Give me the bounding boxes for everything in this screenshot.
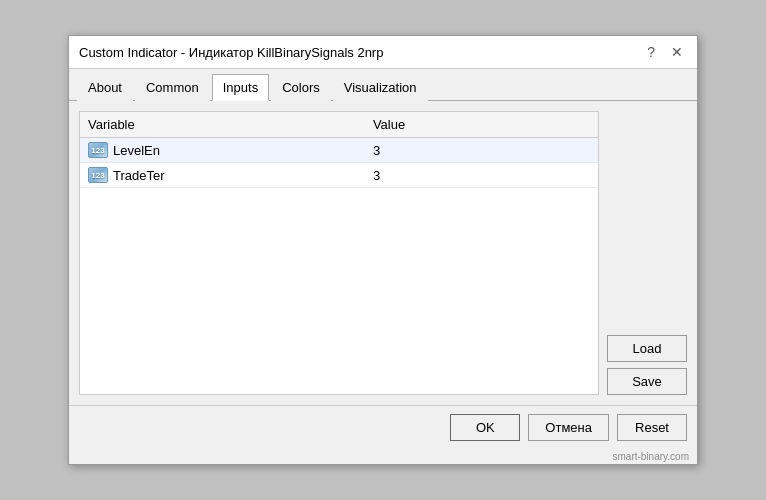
variable-name: LevelEn xyxy=(113,143,160,158)
inputs-table: Variable Value 123 LevelEn 3 123 TradeTe… xyxy=(79,111,599,395)
save-button[interactable]: Save xyxy=(607,368,687,395)
tab-inputs[interactable]: Inputs xyxy=(212,74,269,101)
col-header-value: Value xyxy=(365,112,598,137)
variable-cell: 123 LevelEn xyxy=(80,138,365,162)
cancel-button[interactable]: Отмена xyxy=(528,414,609,441)
main-window: Custom Indicator - Индикатор KillBinaryS… xyxy=(68,35,698,465)
tab-visualization[interactable]: Visualization xyxy=(333,74,428,101)
close-button[interactable]: ✕ xyxy=(667,44,687,60)
table-row[interactable]: 123 TradeTer 3 xyxy=(80,163,598,188)
variable-type-icon: 123 xyxy=(88,167,108,183)
ok-button[interactable]: OK xyxy=(450,414,520,441)
variable-type-icon: 123 xyxy=(88,142,108,158)
title-controls: ? ✕ xyxy=(643,44,687,60)
load-button[interactable]: Load xyxy=(607,335,687,362)
col-header-variable: Variable xyxy=(80,112,365,137)
content-area: Variable Value 123 LevelEn 3 123 TradeTe… xyxy=(69,101,697,405)
variable-cell: 123 TradeTer xyxy=(80,163,365,187)
side-buttons: Load Save xyxy=(607,111,687,395)
variable-name: TradeTer xyxy=(113,168,165,183)
window-title: Custom Indicator - Индикатор KillBinaryS… xyxy=(79,45,383,60)
tab-common[interactable]: Common xyxy=(135,74,210,101)
title-bar: Custom Indicator - Индикатор KillBinaryS… xyxy=(69,36,697,69)
table-row[interactable]: 123 LevelEn 3 xyxy=(80,138,598,163)
table-header: Variable Value xyxy=(80,112,598,138)
value-cell[interactable]: 3 xyxy=(365,139,598,162)
bottom-bar: OK Отмена Reset xyxy=(69,405,697,449)
tab-bar: About Common Inputs Colors Visualization xyxy=(69,69,697,101)
watermark: smart-binary.com xyxy=(69,449,697,464)
reset-button[interactable]: Reset xyxy=(617,414,687,441)
help-button[interactable]: ? xyxy=(643,44,659,60)
tab-colors[interactable]: Colors xyxy=(271,74,331,101)
tab-about[interactable]: About xyxy=(77,74,133,101)
value-cell[interactable]: 3 xyxy=(365,164,598,187)
